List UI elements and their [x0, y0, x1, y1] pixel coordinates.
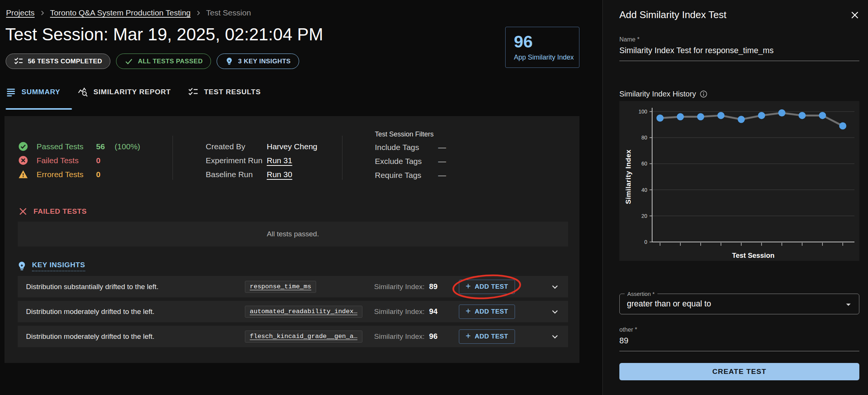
filter-value: — [438, 171, 446, 180]
add-test-button[interactable]: +ADD TEST [459, 280, 515, 294]
similarity-index-value: 89 [429, 282, 437, 291]
query-stats-icon [78, 87, 88, 97]
lightbulb-icon [17, 261, 27, 271]
insight-row: Distribution moderately drifted to the l… [18, 326, 568, 347]
key-insights-title: KEY INSIGHTS [32, 261, 85, 271]
plus-icon: + [466, 332, 471, 340]
lightbulb-icon [225, 57, 234, 66]
svg-text:Similarity Index: Similarity Index [624, 149, 632, 204]
insight-description: Distribution substantially drifted to th… [26, 283, 245, 291]
chevron-down-icon[interactable] [550, 282, 560, 292]
chevron-down-icon[interactable] [550, 307, 560, 317]
close-icon[interactable] [850, 10, 860, 20]
breadcrumb-project[interactable]: Toronto Q&A System Production Testing [50, 8, 191, 17]
breadcrumb-current: Test Session [206, 8, 251, 17]
failed-tests-stat: Failed Tests 0 [18, 153, 173, 167]
include-tags-row: Include Tags — [375, 140, 579, 154]
baseline-run-link[interactable]: Run 30 [267, 170, 292, 179]
tab-bar: SUMMARY SIMILARITY REPORT TEST RESULTS [6, 87, 261, 97]
x-circle-icon [18, 155, 28, 165]
plus-icon: + [466, 282, 471, 291]
active-tab-indicator [6, 108, 72, 110]
summary-overview: Passed Tests 56 (100%) Failed Tests 0 Er… [5, 116, 579, 182]
filter-label: Include Tags [375, 143, 438, 152]
baseline-run-row: Baseline Run Run 30 [206, 167, 342, 181]
check-circle-icon [18, 141, 28, 152]
key-insights-list: Distribution substantially drifted to th… [18, 276, 568, 351]
metric-chip[interactable]: response_time_ms [245, 281, 316, 293]
badge-label: ALL TESTS PASSED [138, 58, 203, 65]
meta-label: Experiment Run [206, 156, 267, 165]
warning-triangle-icon [18, 169, 28, 179]
name-field: Name * [619, 36, 859, 61]
svg-text:40: 40 [641, 187, 647, 193]
tab-similarity-report[interactable]: SIMILARITY REPORT [78, 87, 171, 97]
assertion-label: Assertion * [625, 291, 657, 297]
tab-summary[interactable]: SUMMARY [6, 87, 60, 97]
breadcrumb: Projects Toronto Q&A System Production T… [6, 8, 251, 17]
app-similarity-index-value: 96 [514, 32, 579, 51]
stat-value: 0 [96, 156, 101, 165]
require-tags-row: Require Tags — [375, 168, 579, 182]
assertion-select[interactable]: Assertion * greater than or equal to [619, 294, 859, 314]
badge-label: 3 KEY INSIGHTS [238, 58, 290, 65]
created-by-value: Harvey Cheng [267, 142, 317, 151]
session-filters: Test Session Filters Include Tags — Excl… [342, 130, 579, 182]
other-field: other * [619, 326, 859, 351]
tab-label: TEST RESULTS [204, 88, 261, 96]
history-label: Similarity Index History [619, 90, 696, 98]
plus-icon: + [466, 307, 471, 315]
x-icon [18, 207, 28, 216]
filter-label: Require Tags [375, 171, 438, 180]
info-icon[interactable] [700, 90, 708, 98]
tab-label: SIMILARITY REPORT [93, 88, 171, 96]
insight-row: Distribution moderately drifted to the l… [18, 301, 568, 322]
similarity-index-label: Similarity Index: [374, 283, 425, 291]
stat-label: Passed Tests [37, 142, 96, 151]
badge-label: 56 TESTS COMPLETED [28, 58, 102, 65]
add-test-button[interactable]: +ADD TEST [459, 305, 515, 319]
experiment-run-link[interactable]: Run 31 [267, 156, 292, 165]
chevron-right-icon [195, 9, 202, 17]
all-tests-passed-badge: ALL TESTS PASSED [116, 54, 211, 69]
svg-text:0: 0 [644, 239, 647, 245]
failed-tests-title: FAILED TESTS [34, 207, 87, 216]
similarity-history-chart-card: 020406080100Similarity IndexTest Session [619, 101, 859, 261]
svg-text:Test Session: Test Session [732, 251, 775, 259]
key-insights-badge: 3 KEY INSIGHTS [217, 54, 299, 69]
exclude-tags-row: Exclude Tags — [375, 154, 579, 168]
stat-percentage: (100%) [115, 142, 140, 151]
filter-value: — [438, 143, 446, 152]
test-stats: Passed Tests 56 (100%) Failed Tests 0 Er… [18, 130, 173, 182]
passed-tests-stat: Passed Tests 56 (100%) [18, 139, 173, 153]
app-similarity-index-card: 96 App Similarity Index [505, 27, 579, 68]
create-test-button[interactable]: CREATE TEST [619, 363, 859, 380]
breadcrumb-projects[interactable]: Projects [6, 8, 35, 17]
add-test-button[interactable]: +ADD TEST [459, 329, 515, 344]
similarity-index-label: Similarity Index: [374, 308, 425, 316]
other-input[interactable] [619, 336, 859, 351]
similarity-index-label: Similarity Index: [374, 332, 425, 341]
svg-text:60: 60 [641, 161, 647, 167]
stat-value: 56 [96, 142, 105, 151]
filter-value: — [438, 157, 446, 166]
insight-description: Distribution moderately drifted to the l… [26, 332, 245, 341]
summary-icon [6, 87, 16, 97]
metric-chip[interactable]: flesch_kincaid_grade__gen_a… [245, 331, 362, 343]
chevron-down-icon[interactable] [550, 332, 560, 341]
similarity-index-value: 96 [429, 332, 437, 341]
failed-tests-section-header: FAILED TESTS [18, 207, 87, 216]
name-input[interactable] [619, 46, 859, 61]
meta-label: Baseline Run [206, 170, 267, 179]
svg-text:100: 100 [639, 109, 648, 115]
tab-test-results[interactable]: TEST RESULTS [188, 87, 261, 97]
filters-title: Test Session Filters [375, 130, 579, 140]
history-header: Similarity Index History [619, 90, 859, 98]
summary-card: Passed Tests 56 (100%) Failed Tests 0 Er… [5, 116, 579, 363]
checklist-icon [188, 87, 199, 97]
session-meta: Created By Harvey Cheng Experiment Run R… [173, 130, 342, 182]
checklist-icon [14, 57, 23, 66]
main-content: Projects Toronto Q&A System Production T… [0, 0, 602, 395]
tab-label: SUMMARY [21, 88, 60, 96]
metric-chip[interactable]: automated_readability_index… [245, 306, 362, 318]
